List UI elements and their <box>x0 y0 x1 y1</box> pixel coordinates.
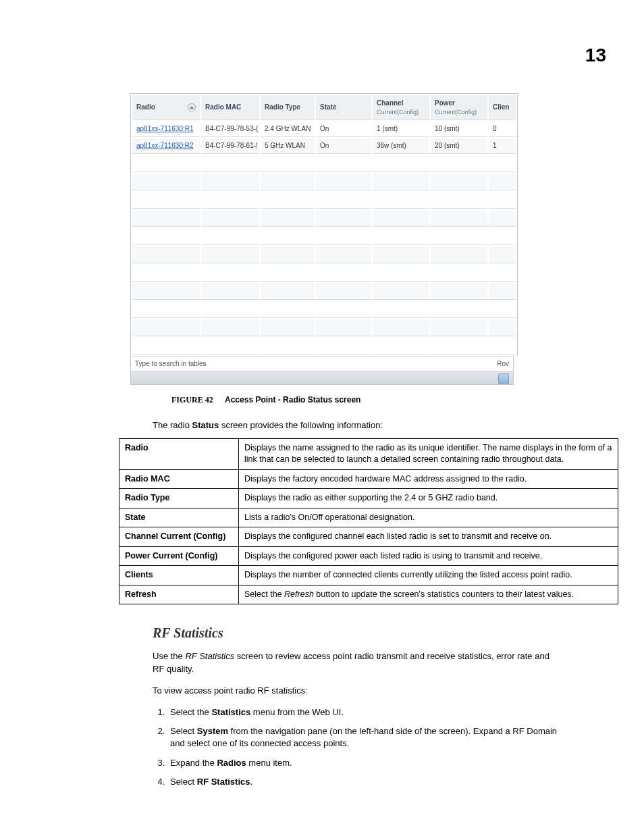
step-item: Select the Statistics menu from the Web … <box>167 706 562 719</box>
step-pre: Expand the <box>170 758 217 768</box>
def-row: StateLists a radio's On/Off operational … <box>119 508 618 527</box>
step-bold: Radios <box>217 758 246 768</box>
para1-pre: Use the <box>153 651 185 661</box>
document-page: 13 Radio Radio MAC Radio Type State Chan… <box>0 0 644 834</box>
col-header-channel[interactable]: ChannelCurrent(Config) <box>373 95 429 120</box>
intro-pre: The radio <box>153 420 192 430</box>
def-desc-post: button to update the screen's statistics… <box>314 590 574 599</box>
cell-power: 20 (smt) <box>431 138 487 154</box>
table-row-empty <box>132 155 516 172</box>
col-header-channel-sub: Current(Config) <box>377 108 425 117</box>
step-item: Select System from the navigation pane (… <box>167 725 562 750</box>
step-post: menu from the Web UI. <box>250 707 344 717</box>
step-bold: System <box>197 726 228 736</box>
table-row[interactable]: ap81xx-711630:R1 B4-C7-99-78-53-( 2.4 GH… <box>132 122 516 137</box>
col-header-power-sub: Current(Config) <box>435 108 483 117</box>
def-row: Channel Current (Config)Displays the con… <box>119 527 618 547</box>
table-row-empty <box>132 301 516 318</box>
def-desc: Lists a radio's On/Off operational desig… <box>239 508 618 527</box>
rf-statistics-lead: To view access point radio RF statistics… <box>153 685 562 697</box>
col-header-clients[interactable]: Clien <box>489 95 516 120</box>
definition-table: RadioDisplays the name assigned to the r… <box>119 438 618 605</box>
table-row-empty <box>132 246 516 263</box>
col-header-radio-type[interactable]: Radio Type <box>261 95 315 120</box>
def-row: RadioDisplays the name assigned to the r… <box>119 438 618 469</box>
rf-statistics-intro: Use the RF Statistics screen to review a… <box>153 650 562 675</box>
def-row: Power Current (Config)Displays the confi… <box>119 546 618 566</box>
radio-status-screenshot: Radio Radio MAC Radio Type State Channel… <box>130 93 514 385</box>
step-pre: Select <box>170 777 197 787</box>
col-header-radio[interactable]: Radio <box>132 95 200 120</box>
table-row-empty <box>132 192 516 209</box>
cell-type: 5 GHz WLAN <box>261 138 315 154</box>
step-post: . <box>250 777 253 787</box>
cell-clients: 0 <box>489 122 516 137</box>
def-desc: Displays the number of connected clients… <box>239 566 618 585</box>
cell-type: 2.4 GHz WLAN <box>261 122 315 137</box>
radio-link[interactable]: ap81xx-711630:R2 <box>132 138 200 154</box>
page-number: 13 <box>585 42 606 68</box>
step-bold: RF Statistics <box>197 777 250 787</box>
figure-label: FIGURE 42 <box>171 395 213 405</box>
def-desc: Displays the radio as either supporting … <box>239 489 618 509</box>
figure-caption-text: Access Point - Radio Status screen <box>225 395 360 405</box>
def-term: Channel Current (Config) <box>119 527 239 547</box>
sort-icon[interactable] <box>188 103 196 111</box>
def-row: Radio MACDisplays the factory encoded ha… <box>119 469 618 489</box>
def-desc: Select the Refresh button to update the … <box>239 585 618 604</box>
col-header-power[interactable]: PowerCurrent(Config) <box>431 95 487 120</box>
step-post: from the navigation pane (on the left-ha… <box>170 726 557 748</box>
steps-list: Select the Statistics menu from the Web … <box>153 706 562 788</box>
table-row-empty <box>132 283 516 300</box>
def-row: ClientsDisplays the number of connected … <box>119 566 618 585</box>
refresh-icon[interactable] <box>498 373 509 384</box>
cell-state: On <box>316 138 371 154</box>
row-count-label: Rov <box>497 359 509 369</box>
search-placeholder[interactable]: Type to search in tables <box>135 359 207 369</box>
step-post: menu item. <box>246 758 292 768</box>
def-desc: Displays the configured channel each lis… <box>239 527 618 547</box>
def-row: RefreshSelect the Refresh button to upda… <box>119 585 618 604</box>
def-term: Radio <box>119 438 239 469</box>
col-header-radio-label: Radio <box>136 103 155 111</box>
step-pre: Select the <box>170 707 211 717</box>
section-heading-rf-statistics: RF Statistics <box>153 623 606 642</box>
table-row-empty <box>132 338 516 355</box>
def-desc: Displays the configured power each liste… <box>239 546 618 566</box>
intro-post: screen provides the following informatio… <box>219 420 383 430</box>
def-desc: Displays the factory encoded hardware MA… <box>239 469 618 489</box>
cell-clients: 1 <box>489 138 516 154</box>
cell-mac: B4-C7-99-78-61-! <box>201 138 259 154</box>
step-pre: Select <box>170 726 197 736</box>
para1-italic: RF Statistics <box>185 651 234 661</box>
cell-mac: B4-C7-99-78-53-( <box>201 122 259 137</box>
def-term: Refresh <box>119 585 239 604</box>
def-term: Radio MAC <box>119 469 239 489</box>
col-header-state[interactable]: State <box>316 95 371 120</box>
table-row[interactable]: ap81xx-711630:R2 B4-C7-99-78-61-! 5 GHz … <box>132 138 516 154</box>
cell-channel: 1 (smt) <box>373 122 429 137</box>
screenshot-toolbar <box>130 372 514 385</box>
def-term: Radio Type <box>119 489 239 509</box>
col-header-radio-mac[interactable]: Radio MAC <box>201 95 259 120</box>
def-desc-pre: Select the <box>244 590 284 599</box>
step-item: Select RF Statistics. <box>167 776 562 788</box>
def-term: Clients <box>119 566 239 585</box>
def-row: Radio TypeDisplays the radio as either s… <box>119 489 618 509</box>
cell-power: 10 (smt) <box>431 122 487 137</box>
cell-channel: 36w (smt) <box>373 138 429 154</box>
table-header-row: Radio Radio MAC Radio Type State Channel… <box>132 95 516 120</box>
col-header-power-label: Power <box>435 99 455 107</box>
intro-text: The radio Status screen provides the fol… <box>153 419 606 432</box>
radio-link[interactable]: ap81xx-711630:R1 <box>132 122 200 137</box>
radio-status-table: Radio Radio MAC Radio Type State Channel… <box>130 93 518 356</box>
table-row-empty <box>132 210 516 227</box>
intro-bold: Status <box>192 420 219 430</box>
table-row-empty <box>132 228 516 245</box>
step-bold: Statistics <box>211 707 250 717</box>
table-row-empty <box>132 319 516 336</box>
def-term: State <box>119 508 239 527</box>
table-row-empty <box>132 265 516 282</box>
table-row-empty <box>132 174 516 190</box>
figure-caption: FIGURE 42 Access Point - Radio Status sc… <box>171 394 606 406</box>
